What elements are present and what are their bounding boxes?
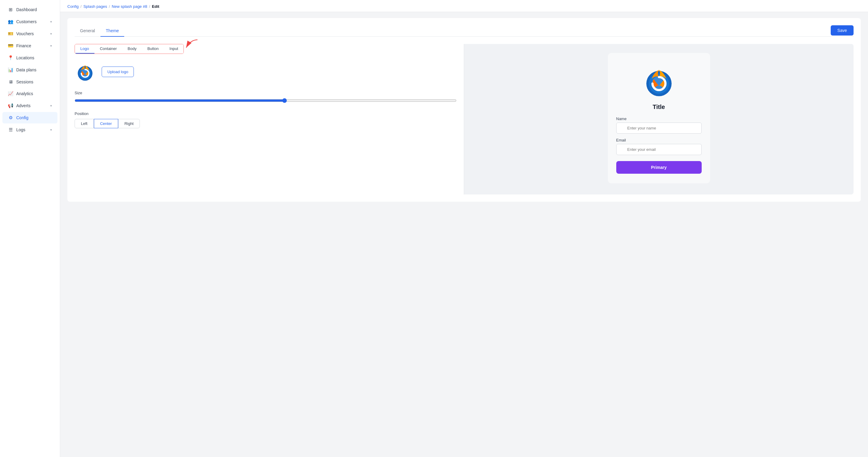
icon-logs: ☰	[8, 127, 13, 133]
chevron-finance: ▾	[50, 44, 52, 48]
label-analytics: Analytics	[16, 91, 52, 96]
email-input[interactable]	[616, 144, 702, 155]
left-panel: Logo Container Body Button Input	[74, 44, 464, 195]
size-section: Size	[74, 91, 457, 104]
label-finance: Finance	[16, 44, 47, 48]
breadcrumb-new-page[interactable]: New splash page #8	[112, 4, 147, 9]
chevron-logs: ▾	[50, 128, 52, 132]
breadcrumb-config[interactable]: Config	[67, 4, 79, 9]
icon-vouchers: 🎫	[8, 31, 13, 36]
position-label: Position	[74, 111, 457, 116]
breadcrumb-splash-pages[interactable]: Splash pages	[83, 4, 107, 9]
position-left-button[interactable]: Left	[74, 119, 94, 128]
sidebar-item-customers[interactable]: 👥 Customers ▾	[2, 16, 57, 27]
label-sessions: Sessions	[16, 80, 52, 84]
label-adverts: Adverts	[16, 103, 47, 108]
sub-tab-logo[interactable]: Logo	[75, 44, 94, 54]
name-input[interactable]	[616, 122, 702, 134]
name-input-wrapper: 👤	[616, 122, 702, 134]
content-card: General Theme Save Logo	[67, 18, 861, 202]
label-config: Config	[16, 115, 52, 120]
breadcrumb-sep-1: /	[81, 4, 82, 9]
icon-locations: 📍	[8, 55, 13, 60]
logo-row: Upload logo	[74, 61, 457, 82]
sidebar-item-config[interactable]: ⚙ Config	[2, 112, 57, 123]
icon-data-plans: 📊	[8, 67, 13, 73]
label-dashboard: Dashboard	[16, 7, 52, 12]
chevron-customers: ▾	[50, 20, 52, 24]
sidebar-item-adverts[interactable]: 📢 Adverts ▾	[2, 100, 57, 111]
email-input-wrapper: ✉	[616, 144, 702, 155]
breadcrumb-sep-2: /	[109, 4, 110, 9]
icon-analytics: 📈	[8, 91, 13, 96]
icon-sessions: 🖥	[8, 79, 13, 84]
label-logs: Logs	[16, 127, 47, 132]
position-right-button[interactable]: Right	[118, 119, 140, 128]
sidebar: ⊞ Dashboard 👥 Customers ▾ 🎫 Vouchers ▾ 💳…	[0, 0, 60, 457]
sidebar-item-finance[interactable]: 💳 Finance ▾	[2, 40, 57, 52]
sidebar-item-vouchers[interactable]: 🎫 Vouchers ▾	[2, 28, 57, 39]
primary-button[interactable]: Primary	[616, 161, 702, 174]
name-label: Name	[616, 116, 702, 121]
label-customers: Customers	[16, 19, 47, 24]
size-label: Size	[74, 91, 457, 95]
sidebar-item-dashboard[interactable]: ⊞ Dashboard	[2, 4, 57, 16]
sidebar-item-logs[interactable]: ☰ Logs ▾	[2, 124, 57, 136]
tab-general[interactable]: General	[74, 25, 100, 37]
breadcrumb: Config / Splash pages / New splash page …	[60, 0, 868, 12]
email-label: Email	[616, 138, 702, 142]
main-tabs: General Theme	[74, 25, 854, 37]
sub-tab-container[interactable]: Container	[94, 44, 122, 54]
sidebar-item-analytics[interactable]: 📈 Analytics	[2, 88, 57, 99]
preview-logo	[641, 63, 677, 99]
breadcrumb-sep-3: /	[149, 4, 150, 9]
sidebar-item-locations[interactable]: 📍 Locations	[2, 52, 57, 63]
sidebar-item-data-plans[interactable]: 📊 Data plans	[2, 64, 57, 76]
main-content: Config / Splash pages / New splash page …	[60, 0, 868, 457]
save-button[interactable]: Save	[831, 25, 854, 35]
sidebar-item-sessions[interactable]: 🖥 Sessions	[2, 76, 57, 87]
breadcrumb-current: Edit	[152, 4, 159, 9]
sub-tab-input[interactable]: Input	[164, 44, 184, 54]
icon-dashboard: ⊞	[8, 7, 13, 12]
logo-preview	[74, 61, 96, 82]
sub-tabs: Logo Container Body Button Input	[74, 44, 184, 54]
position-section: Position Left Center Right	[74, 111, 457, 128]
email-field: Email ✉	[616, 138, 702, 155]
icon-finance: 💳	[8, 43, 13, 49]
right-panel-preview: Title Name 👤 Email	[464, 44, 854, 195]
two-column-layout: Logo Container Body Button Input	[74, 44, 854, 195]
icon-config: ⚙	[8, 115, 13, 120]
preview-form: Name 👤 Email ✉	[616, 116, 702, 174]
preview-title: Title	[653, 104, 665, 111]
label-data-plans: Data plans	[16, 67, 52, 72]
chevron-adverts: ▾	[50, 104, 52, 108]
upload-logo-button[interactable]: Upload logo	[102, 66, 134, 77]
content-area: General Theme Save Logo	[60, 12, 868, 457]
name-field: Name 👤	[616, 116, 702, 134]
label-vouchers: Vouchers	[16, 31, 47, 36]
sub-tab-body[interactable]: Body	[122, 44, 142, 54]
sub-tab-button[interactable]: Button	[142, 44, 164, 54]
tab-theme[interactable]: Theme	[100, 25, 125, 37]
label-locations: Locations	[16, 55, 52, 60]
icon-customers: 👥	[8, 19, 13, 24]
chevron-vouchers: ▾	[50, 32, 52, 36]
position-center-button[interactable]: Center	[94, 119, 118, 128]
icon-adverts: 📢	[8, 103, 13, 108]
size-slider[interactable]	[74, 98, 457, 103]
position-group: Left Center Right	[74, 119, 457, 128]
preview-card: Title Name 👤 Email	[608, 53, 710, 183]
